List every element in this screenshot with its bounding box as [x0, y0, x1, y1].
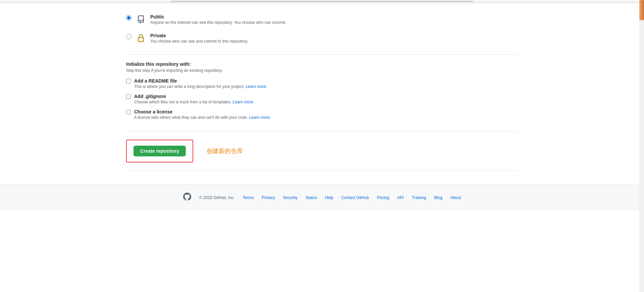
gitignore-checkbox[interactable] — [126, 94, 131, 99]
public-option: Public Anyone on the internet can see th… — [126, 10, 518, 29]
visibility-section: Public Anyone on the internet can see th… — [126, 10, 518, 55]
license-title: Choose a license — [134, 109, 271, 114]
footer-link-terms[interactable]: Terms — [243, 195, 254, 200]
horizontal-scrollbar[interactable] — [0, 1, 644, 3]
gitignore-option: Add .gitignore Choose which files not to… — [126, 94, 518, 104]
private-option-text: Private You choose who can see and commi… — [150, 33, 248, 44]
footer-link-contact[interactable]: Contact GitHub — [341, 195, 369, 200]
license-text: Choose a license A license tells others … — [134, 109, 271, 120]
gitignore-learn-more[interactable]: Learn more. — [232, 100, 254, 104]
init-subtitle: Skip this step if you're importing an ex… — [126, 68, 518, 73]
public-icon — [136, 14, 146, 25]
private-option: Private You choose who can see and commi… — [126, 29, 518, 48]
private-label: Private — [150, 33, 248, 38]
create-annotation: 创建新的仓库 — [207, 147, 243, 155]
readme-option: Add a README file This is where you can … — [126, 78, 518, 89]
create-section: Create repository 创建新的仓库 — [126, 132, 518, 171]
private-desc: You choose who can see and commit to thi… — [150, 39, 248, 44]
footer-link-security[interactable]: Security — [283, 195, 298, 200]
create-repository-button[interactable]: Create repository — [133, 146, 186, 156]
footer-link-pricing[interactable]: Pricing — [377, 195, 389, 200]
init-title: Initialize this repository with: — [126, 61, 518, 67]
public-option-text: Public Anyone on the internet can see th… — [150, 14, 286, 25]
scrollbar-thumb[interactable] — [639, 0, 644, 20]
footer-link-blog[interactable]: Blog — [434, 195, 442, 200]
license-desc: A license tells others what they can and… — [134, 115, 271, 120]
readme-checkbox[interactable] — [126, 79, 131, 84]
main-content: Public Anyone on the internet can see th… — [121, 3, 523, 178]
readme-text: Add a README file This is where you can … — [134, 78, 267, 89]
public-label: Public — [150, 14, 286, 19]
license-option: Choose a license A license tells others … — [126, 109, 518, 120]
footer-link-help[interactable]: Help — [325, 195, 333, 200]
gitignore-text: Add .gitignore Choose which files not to… — [134, 94, 254, 104]
footer-copyright: © 2020 GitHub, Inc. — [199, 195, 235, 200]
github-logo — [183, 193, 191, 203]
public-desc: Anyone on the internet can see this repo… — [150, 20, 286, 25]
footer-link-api[interactable]: API — [397, 195, 404, 200]
gitignore-desc: Choose which files not to track from a l… — [134, 100, 254, 104]
create-button-wrapper: Create repository — [126, 140, 193, 162]
readme-desc: This is where you can write a long descr… — [134, 84, 267, 89]
readme-learn-more[interactable]: Learn more. — [246, 84, 267, 89]
footer-link-about[interactable]: About — [450, 195, 461, 200]
license-checkbox[interactable] — [126, 110, 131, 114]
license-learn-more[interactable]: Learn more. — [249, 115, 271, 120]
gitignore-title: Add .gitignore — [134, 94, 254, 99]
footer-link-status[interactable]: Status — [306, 195, 317, 200]
vertical-scrollbar[interactable] — [639, 0, 644, 292]
footer-link-training[interactable]: Training — [412, 195, 426, 200]
public-radio[interactable] — [126, 15, 131, 20]
private-icon — [136, 33, 146, 44]
private-radio[interactable] — [126, 34, 131, 39]
footer-link-privacy[interactable]: Privacy — [262, 195, 275, 200]
footer: © 2020 GitHub, Inc. Terms Privacy Securi… — [0, 184, 644, 211]
readme-title: Add a README file — [134, 78, 267, 84]
init-section: Initialize this repository with: Skip th… — [126, 55, 518, 132]
